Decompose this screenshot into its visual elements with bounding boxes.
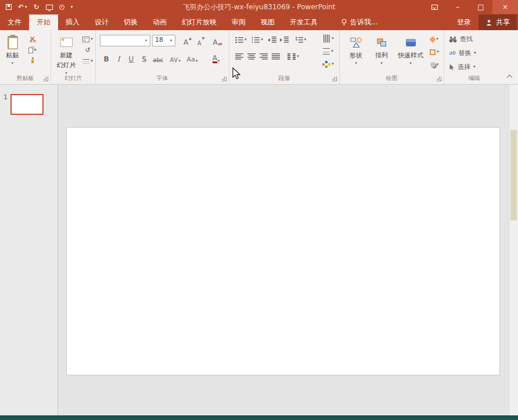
tab-review[interactable]: 审阅 <box>224 15 253 30</box>
italic-button[interactable]: I <box>114 52 123 63</box>
slide-canvas[interactable] <box>67 128 499 375</box>
justify-button[interactable] <box>270 51 282 62</box>
drawing-dialog-launcher[interactable] <box>437 77 441 81</box>
convert-to-smartart-button[interactable]: ▾ <box>319 59 337 70</box>
replace-dropdown-icon[interactable]: ▾ <box>474 51 476 55</box>
paragraph-dialog-launcher[interactable] <box>332 77 337 81</box>
tab-slideshow[interactable]: 幻灯片放映 <box>174 15 224 30</box>
touch-mode-button[interactable] <box>59 5 64 10</box>
copy-button[interactable]: ▾ <box>24 45 41 56</box>
start-slideshow-button[interactable] <box>46 5 53 10</box>
text-direction-dropdown-icon[interactable]: ▾ <box>332 37 334 41</box>
arrange-button[interactable]: 排列 ▾ <box>370 32 393 66</box>
tab-view[interactable]: 视图 <box>253 15 282 30</box>
font-dialog-launcher[interactable] <box>222 77 226 81</box>
line-spacing-button[interactable]: ▾ <box>292 34 308 45</box>
replace-button[interactable]: ab 替换 ▾ <box>449 48 495 59</box>
cut-button[interactable] <box>24 34 41 45</box>
undo-button[interactable]: ↶▾ <box>18 3 27 10</box>
paste-button[interactable]: 粘贴 ▾ <box>2 32 23 66</box>
align-left-button[interactable] <box>233 51 245 62</box>
collapse-ribbon-button[interactable] <box>507 75 513 81</box>
align-right-button[interactable] <box>258 51 269 62</box>
shapes-dropdown-icon[interactable]: ▾ <box>355 61 357 66</box>
numbering-button[interactable]: ▾ <box>250 34 265 45</box>
smartart-dropdown-icon[interactable]: ▾ <box>332 62 334 66</box>
tab-file[interactable]: 文件 <box>0 15 29 30</box>
text-direction-button[interactable]: ▾ <box>319 33 337 44</box>
decrease-indent-button[interactable] <box>266 34 278 45</box>
font-size-combobox[interactable]: 18 ▾ <box>152 35 175 46</box>
bullets-dropdown-icon[interactable]: ▾ <box>244 38 247 42</box>
shapes-button[interactable]: 形状 ▾ <box>344 32 368 66</box>
share-button[interactable]: 共享 <box>479 15 517 30</box>
increase-font-size-button[interactable]: A▲ <box>182 35 193 46</box>
character-spacing-dropdown-icon[interactable]: ▾ <box>179 59 181 63</box>
copy-dropdown-icon[interactable]: ▾ <box>34 48 37 52</box>
decrease-font-size-button[interactable]: A▼ <box>195 35 207 46</box>
paste-dropdown-icon[interactable]: ▾ <box>12 61 14 66</box>
repeat-button[interactable]: ↻ <box>34 3 39 10</box>
increase-indent-button[interactable] <box>278 34 290 45</box>
tab-transitions[interactable]: 切换 <box>116 15 145 30</box>
vertical-scrollbar[interactable] <box>509 85 518 415</box>
font-size-dropdown-icon[interactable]: ▾ <box>167 35 175 46</box>
format-painter-button[interactable] <box>24 56 41 67</box>
font-size-value[interactable]: 18 <box>153 35 167 46</box>
shape-effects-dropdown-icon[interactable]: ▾ <box>437 63 439 67</box>
clipboard-dialog-launcher[interactable] <box>44 77 48 81</box>
layout-button[interactable]: ▾ <box>80 34 95 45</box>
line-spacing-dropdown-icon[interactable]: ▾ <box>304 38 307 42</box>
tab-tellme[interactable]: 告诉我... <box>333 15 385 30</box>
maximize-button[interactable]: □ <box>469 0 492 14</box>
quick-styles-button[interactable]: 快速样式 ▾ <box>395 32 426 66</box>
tab-design[interactable]: 设计 <box>87 15 116 30</box>
align-text-dropdown-icon[interactable]: ▾ <box>331 49 333 53</box>
shape-effects-button[interactable]: ▾ <box>427 59 442 70</box>
bold-button[interactable]: B <box>101 52 111 63</box>
customize-qat-button[interactable]: ▾ <box>71 5 73 9</box>
change-case-button[interactable]: Aa▾ <box>185 52 200 63</box>
columns-button[interactable]: ▾ <box>285 51 301 62</box>
close-button[interactable]: × <box>492 0 518 14</box>
strikethrough-button[interactable]: abc <box>151 52 165 63</box>
select-dropdown-icon[interactable]: ▾ <box>473 65 476 69</box>
bullets-button[interactable]: ▾ <box>233 34 249 45</box>
font-name-dropdown-icon[interactable]: ▾ <box>142 35 150 46</box>
shape-outline-button[interactable]: ▾ <box>427 46 442 57</box>
new-slide-button[interactable]: 新建 幻灯片 ▾ <box>53 32 80 75</box>
save-button[interactable] <box>6 4 12 10</box>
select-button[interactable]: 选择 ▾ <box>449 61 495 73</box>
tab-insert[interactable]: 插入 <box>58 15 87 30</box>
quick-styles-dropdown-icon[interactable]: ▾ <box>409 61 412 66</box>
find-button[interactable]: 查找 <box>449 34 490 45</box>
section-button[interactable]: ▾ <box>80 56 95 67</box>
numbering-dropdown-icon[interactable]: ▾ <box>261 38 263 42</box>
font-name-combobox[interactable]: ▾ <box>100 35 150 46</box>
ribbon-display-options-button[interactable] <box>423 0 446 14</box>
minimize-button[interactable]: – <box>446 0 469 14</box>
shape-fill-dropdown-icon[interactable]: ▾ <box>436 37 438 41</box>
font-color-dropdown-icon[interactable]: ▾ <box>218 59 220 63</box>
align-text-button[interactable]: ▾ <box>319 46 337 57</box>
columns-dropdown-icon[interactable]: ▾ <box>297 55 299 59</box>
character-spacing-button[interactable]: AV▾ <box>167 52 184 63</box>
scrollbar-thumb[interactable] <box>510 130 517 220</box>
change-case-dropdown-icon[interactable]: ▾ <box>196 59 198 63</box>
tab-home[interactable]: 开始 <box>29 15 58 30</box>
underline-button[interactable]: U <box>126 52 136 63</box>
tab-animations[interactable]: 动画 <box>145 15 174 30</box>
shape-fill-button[interactable]: ▾ <box>427 34 442 45</box>
undo-dropdown-icon[interactable]: ▾ <box>25 5 27 9</box>
arrange-dropdown-icon[interactable]: ▾ <box>380 61 383 66</box>
font-color-button[interactable]: A▾ <box>208 52 224 63</box>
text-shadow-button[interactable]: S <box>139 52 149 63</box>
align-center-button[interactable] <box>246 51 257 62</box>
signin-button[interactable]: 登录 <box>449 15 479 30</box>
tab-developer[interactable]: 开发工具 <box>282 15 325 30</box>
reset-button[interactable]: ↺ <box>80 45 95 56</box>
slide-thumbnail-1[interactable] <box>10 94 44 115</box>
shape-outline-dropdown-icon[interactable]: ▾ <box>437 50 439 54</box>
font-name-value[interactable] <box>100 35 142 46</box>
clear-formatting-button[interactable]: A <box>211 35 224 46</box>
